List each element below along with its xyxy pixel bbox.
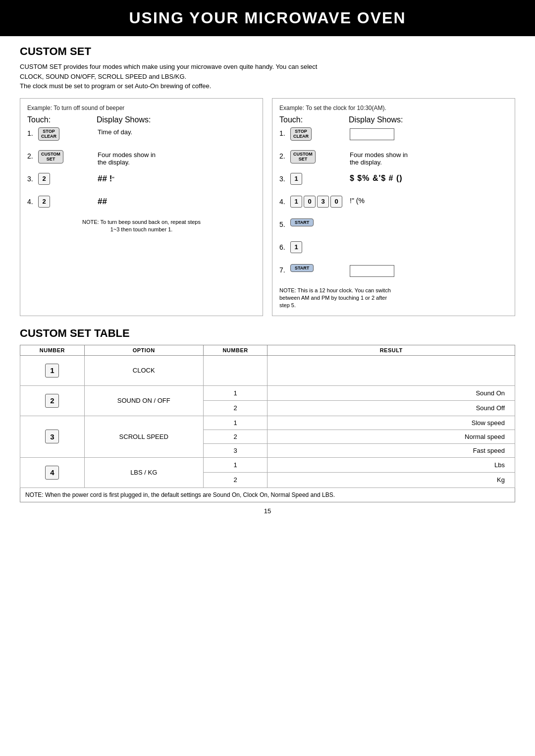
right-step-4-display: !" (% bbox=[350, 196, 508, 205]
table-section: CUSTOM SET TABLE NUMBER OPTION NUMBER RE… bbox=[20, 327, 515, 502]
table-cell-result-fast: Fast speed bbox=[268, 443, 515, 457]
right-display-label: Display Shows: bbox=[349, 115, 508, 124]
right-step-1-display bbox=[350, 127, 508, 142]
left-example: Example: To turn off sound of beeper bbox=[27, 105, 256, 111]
page-number: 15 bbox=[20, 507, 515, 520]
page-title: USING YOUR MICROWAVE OVEN bbox=[0, 0, 535, 36]
left-step-4: 4. 2 ## bbox=[27, 196, 256, 214]
left-col-headers: Touch: Display Shows: bbox=[27, 115, 256, 124]
table-num-key-2[interactable]: 2 bbox=[45, 394, 59, 408]
section2-title: CUSTOM SET TABLE bbox=[20, 327, 515, 340]
section1-title-bold: CUSTOM bbox=[20, 45, 67, 57]
table-row-2: 2 SOUND ON / OFF 1 Sound On bbox=[20, 385, 515, 401]
display-box-7 bbox=[350, 265, 394, 277]
start-btn-right-7[interactable]: START bbox=[290, 264, 314, 272]
table-cell-num-1: 1 bbox=[20, 355, 85, 385]
custom-set-btn-left-2[interactable]: CUSTOMSET bbox=[38, 150, 63, 164]
table-row-1: 1 CLOCK bbox=[20, 355, 515, 385]
table-cell-result-clock bbox=[268, 355, 515, 385]
right-step-7: 7. START bbox=[279, 264, 508, 282]
left-step-1-display: Time of day. bbox=[98, 127, 256, 136]
intro-text: CUSTOM SET provides four modes which mak… bbox=[20, 62, 515, 91]
col-header-number2: NUMBER bbox=[203, 345, 268, 355]
left-display-label: Display Shows: bbox=[97, 115, 256, 124]
table-cell-num-3: 3 bbox=[20, 416, 85, 457]
right-step-7-display bbox=[350, 264, 508, 278]
table-cell-sub-1-sound: 1 bbox=[203, 385, 268, 401]
table-cell-option-sound: SOUND ON / OFF bbox=[84, 385, 203, 416]
table-cell-num-2: 2 bbox=[20, 385, 85, 416]
num-key-2-left-4[interactable]: 2 bbox=[38, 196, 50, 208]
table-cell-sub-1-lbs: 1 bbox=[203, 457, 268, 473]
right-step-6-display bbox=[350, 241, 508, 242]
num-keys-1030: 1 0 3 0 bbox=[290, 196, 342, 208]
right-step-4: 4. 1 0 3 0 !" (% bbox=[279, 196, 508, 214]
table-cell-result-kg: Kg bbox=[268, 473, 515, 488]
stop-clear-btn-right-1[interactable]: STOPCLEAR bbox=[290, 127, 312, 141]
table-cell-num-4: 4 bbox=[20, 457, 85, 487]
table-row-4: 4 LBS / KG 1 Lbs bbox=[20, 457, 515, 473]
table-cell-result-sound-off: Sound Off bbox=[268, 401, 515, 416]
left-step-1: 1. STOPCLEAR Time of day. bbox=[27, 127, 256, 145]
table-cell-option-lbs: LBS / KG bbox=[84, 457, 203, 487]
custom-set-table: NUMBER OPTION NUMBER RESULT 1 CLOCK bbox=[20, 345, 515, 488]
right-step-6: 6. 1 bbox=[279, 241, 508, 259]
left-note: NOTE: To turn beep sound back on, repeat… bbox=[27, 218, 256, 234]
table-row-3: 3 SCROLL SPEED 1 Slow speed bbox=[20, 416, 515, 430]
table-cell-option-clock: CLOCK bbox=[84, 355, 203, 385]
table-cell-result-slow: Slow speed bbox=[268, 416, 515, 430]
num-key-3[interactable]: 3 bbox=[317, 196, 329, 208]
table-num-key-4[interactable]: 4 bbox=[45, 466, 59, 480]
table-cell-result-normal: Normal speed bbox=[268, 430, 515, 443]
section2-title-bold: CUSTOM bbox=[20, 327, 67, 339]
num-key-2-left-3[interactable]: 2 bbox=[38, 173, 50, 185]
col-header-result: RESULT bbox=[268, 345, 515, 355]
num-key-0a[interactable]: 0 bbox=[304, 196, 316, 208]
stop-clear-btn-left-1[interactable]: STOPCLEAR bbox=[38, 127, 59, 141]
table-cell-result-sound-on: Sound On bbox=[268, 385, 515, 401]
table-cell-option-scroll: SCROLL SPEED bbox=[84, 416, 203, 457]
intro-line2: CLOCK, SOUND ON/OFF, SCROLL SPEED and LB… bbox=[20, 73, 186, 80]
table-footer-note: NOTE: When the power cord is first plugg… bbox=[20, 488, 515, 502]
table-cell-subnumber-clock bbox=[203, 355, 268, 385]
right-col-headers: Touch: Display Shows: bbox=[279, 115, 508, 124]
table-num-key-1[interactable]: 1 bbox=[45, 364, 59, 378]
left-step-2: 2. CUSTOMSET Four modes show inthe displ… bbox=[27, 150, 256, 168]
start-btn-right-5[interactable]: START bbox=[290, 218, 314, 227]
table-header-row: NUMBER OPTION NUMBER RESULT bbox=[20, 345, 515, 355]
right-step-3: 3. 1 $ $% &'$ # () bbox=[279, 173, 508, 191]
num-key-1[interactable]: 1 bbox=[290, 196, 302, 208]
right-example: Example: To set the clock for 10:30(AM). bbox=[279, 105, 508, 111]
left-step-2-display: Four modes show inthe display. bbox=[98, 150, 256, 166]
right-step-3-display: $ $% &'$ # () bbox=[350, 173, 508, 183]
table-cell-sub-2-scroll: 2 bbox=[203, 430, 268, 443]
left-step-3-display: ## !" bbox=[98, 173, 256, 184]
num-key-1-right-3[interactable]: 1 bbox=[290, 173, 302, 185]
table-cell-sub-3-scroll: 3 bbox=[203, 443, 268, 457]
right-step-5-display bbox=[350, 218, 508, 219]
instruction-columns: Example: To turn off sound of beeper Tou… bbox=[20, 98, 515, 316]
table-cell-sub-1-scroll: 1 bbox=[203, 416, 268, 430]
custom-set-btn-right-2[interactable]: CUSTOMSET bbox=[290, 150, 316, 164]
section2-title-rest: SET TABLE bbox=[67, 327, 130, 339]
display-box-1 bbox=[350, 128, 394, 140]
right-instruction-box: Example: To set the clock for 10:30(AM).… bbox=[272, 98, 515, 316]
num-key-1-right-6[interactable]: 1 bbox=[290, 241, 302, 253]
col-header-number1: NUMBER bbox=[20, 345, 85, 355]
right-touch-label: Touch: bbox=[279, 115, 349, 124]
intro-line1: CUSTOM SET provides four modes which mak… bbox=[20, 63, 317, 70]
right-step-2: 2. CUSTOMSET Four modes show inthe displ… bbox=[279, 150, 508, 168]
left-instruction-box: Example: To turn off sound of beeper Tou… bbox=[20, 98, 263, 316]
right-step-5: 5. START bbox=[279, 218, 508, 236]
table-cell-sub-2-sound: 2 bbox=[203, 401, 268, 416]
table-cell-result-lbs: Lbs bbox=[268, 457, 515, 473]
right-step-2-display: Four modes show inthe display. bbox=[350, 150, 508, 166]
num-key-0b[interactable]: 0 bbox=[330, 196, 342, 208]
table-num-key-3[interactable]: 3 bbox=[45, 430, 59, 443]
left-step-4-display: ## bbox=[98, 196, 256, 207]
col-header-option: OPTION bbox=[84, 345, 203, 355]
left-touch-label: Touch: bbox=[27, 115, 97, 124]
right-note: NOTE: This is a 12 hour clock. You can s… bbox=[279, 287, 508, 310]
table-cell-sub-2-lbs: 2 bbox=[203, 473, 268, 488]
section1-title-rest: SET bbox=[67, 45, 91, 57]
